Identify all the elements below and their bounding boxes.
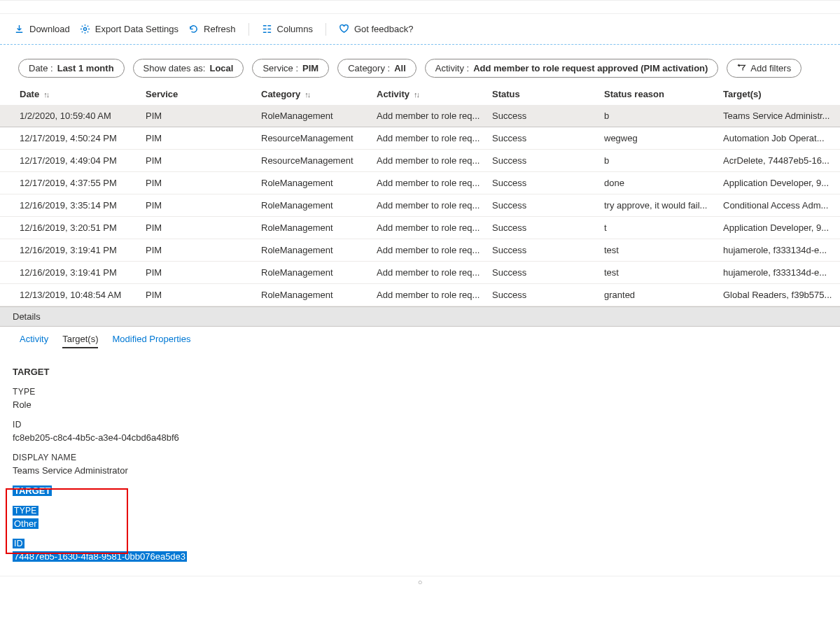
download-button[interactable]: Download	[13, 21, 71, 37]
cell-status: Success	[492, 200, 604, 211]
cell-reason: b	[604, 111, 723, 121]
filter-service[interactable]: Service : PIM	[252, 59, 329, 78]
cell-activity: Add member to role req...	[377, 111, 492, 121]
table-row[interactable]: 1/2/2020, 10:59:40 AMPIMRoleManagementAd…	[0, 105, 840, 127]
export-button[interactable]: Export Data Settings	[78, 21, 180, 37]
col-targets[interactable]: Target(s)	[723, 89, 840, 99]
cell-date: 12/17/2019, 4:49:04 PM	[20, 155, 146, 166]
cell-category: RoleManagement	[261, 178, 377, 188]
cell-reason: try approve, it would fail...	[604, 200, 723, 211]
cell-activity: Add member to role req...	[377, 245, 492, 255]
add-filters-button[interactable]: Add filters	[727, 59, 802, 78]
cell-service: PIM	[146, 178, 261, 188]
cell-category: ResourceManagement	[261, 155, 377, 166]
target-heading: TARGET	[13, 367, 827, 377]
cell-status: Success	[492, 290, 604, 300]
cell-activity: Add member to role req...	[377, 290, 492, 300]
cell-status: Success	[492, 155, 604, 166]
type2-value: Other	[13, 518, 827, 529]
cell-category: RoleManagement	[261, 267, 377, 278]
cell-date: 12/17/2019, 4:37:55 PM	[20, 178, 146, 188]
add-filter-icon	[737, 64, 746, 73]
cell-reason: granted	[604, 290, 723, 300]
details-header: Details	[0, 306, 840, 327]
cell-service: PIM	[146, 267, 261, 278]
refresh-button[interactable]: Refresh	[187, 21, 237, 37]
table-body: 1/2/2020, 10:59:40 AMPIMRoleManagementAd…	[0, 105, 840, 306]
svg-point-0	[83, 27, 86, 30]
details-tabs: Activity Target(s) Modified Properties	[0, 327, 840, 351]
table-row[interactable]: 12/17/2019, 4:49:04 PMPIMResourceManagem…	[0, 150, 840, 172]
cell-reason: t	[604, 222, 723, 233]
sort-icon: ↑↓	[304, 90, 309, 99]
title-bar-spacer	[0, 0, 840, 14]
cell-service: PIM	[146, 245, 261, 255]
cell-targets: Conditional Access Adm...	[723, 200, 840, 211]
export-label: Export Data Settings	[95, 24, 178, 34]
cell-activity: Add member to role req...	[377, 267, 492, 278]
cell-targets: Application Developer, 9...	[723, 222, 840, 233]
command-bar: Download Export Data Settings Refresh Co…	[0, 14, 840, 45]
table-row[interactable]: 12/16/2019, 3:19:41 PMPIMRoleManagementA…	[0, 262, 840, 284]
cell-category: ResourceManagement	[261, 133, 377, 143]
table-row[interactable]: 12/17/2019, 4:37:55 PMPIMRoleManagementA…	[0, 172, 840, 194]
table-row[interactable]: 12/16/2019, 3:35:14 PMPIMRoleManagementA…	[0, 194, 840, 217]
tab-modified-properties[interactable]: Modified Properties	[112, 331, 190, 348]
cell-date: 12/17/2019, 4:50:24 PM	[20, 133, 146, 143]
table-row[interactable]: 12/16/2019, 3:20:51 PMPIMRoleManagementA…	[0, 217, 840, 239]
cell-status: Success	[492, 222, 604, 233]
cell-activity: Add member to role req...	[377, 222, 492, 233]
col-date[interactable]: Date↑↓	[20, 89, 146, 99]
col-status[interactable]: Status	[492, 89, 604, 99]
download-icon	[14, 24, 24, 34]
cell-date: 12/16/2019, 3:35:14 PM	[20, 200, 146, 211]
filter-category[interactable]: Category : All	[337, 59, 416, 78]
displayname-value: Teams Service Administrator	[13, 465, 827, 476]
cell-targets: Application Developer, 9...	[723, 178, 840, 188]
cell-date: 1/2/2020, 10:59:40 AM	[20, 111, 146, 121]
table-row[interactable]: 12/17/2019, 4:50:24 PMPIMResourceManagem…	[0, 127, 840, 150]
cell-category: RoleManagement	[261, 200, 377, 211]
cell-targets: hujamerole, f333134d-e...	[723, 267, 840, 278]
table-row[interactable]: 12/16/2019, 3:19:41 PMPIMRoleManagementA…	[0, 239, 840, 262]
cell-status: Success	[492, 178, 604, 188]
heart-icon	[339, 24, 349, 34]
target2-heading: TARGET	[13, 485, 827, 496]
columns-button[interactable]: Columns	[260, 21, 314, 37]
cell-category: RoleManagement	[261, 222, 377, 233]
id-value: fc8eb205-c8c4-4b5c-a3e4-04cbd6a48bf6	[13, 432, 827, 443]
cell-status: Success	[492, 267, 604, 278]
refresh-icon	[188, 24, 199, 34]
columns-label: Columns	[277, 24, 313, 34]
col-service[interactable]: Service	[146, 89, 261, 99]
tab-activity[interactable]: Activity	[20, 331, 48, 348]
cell-status: Success	[492, 133, 604, 143]
cell-reason: done	[604, 178, 723, 188]
cell-status: Success	[492, 245, 604, 255]
cell-service: PIM	[146, 155, 261, 166]
filter-date[interactable]: Date : Last 1 month	[18, 59, 125, 78]
table-row[interactable]: 12/13/2019, 10:48:54 AMPIMRoleManagement…	[0, 284, 840, 306]
filter-activity[interactable]: Activity : Add member to role request ap…	[425, 59, 719, 78]
feedback-button[interactable]: Got feedback?	[337, 21, 415, 37]
details-body: TARGET TYPE Role ID fc8eb205-c8c4-4b5c-a…	[0, 351, 840, 576]
filter-show-dates[interactable]: Show dates as: Local	[133, 59, 244, 78]
resize-handle[interactable]: ○	[0, 576, 840, 588]
type2-label: TYPE	[13, 506, 827, 516]
cell-targets: hujamerole, f333134d-e...	[723, 245, 840, 255]
download-label: Download	[29, 24, 70, 34]
refresh-label: Refresh	[204, 24, 236, 34]
col-category[interactable]: Category↑↓	[261, 89, 377, 99]
gear-icon	[80, 24, 90, 34]
feedback-label: Got feedback?	[354, 24, 414, 34]
col-activity[interactable]: Activity↑↓	[377, 89, 492, 99]
tab-targets[interactable]: Target(s)	[62, 331, 98, 348]
type-label: TYPE	[13, 387, 827, 397]
type-value: Role	[13, 399, 827, 410]
cell-category: RoleManagement	[261, 245, 377, 255]
col-status-reason[interactable]: Status reason	[604, 89, 723, 99]
cell-reason: wegweg	[604, 133, 723, 143]
cell-reason: b	[604, 155, 723, 166]
audit-log-table: Date↑↓ Service Category↑↓ Activity↑↓ Sta…	[0, 82, 840, 306]
cell-service: PIM	[146, 200, 261, 211]
